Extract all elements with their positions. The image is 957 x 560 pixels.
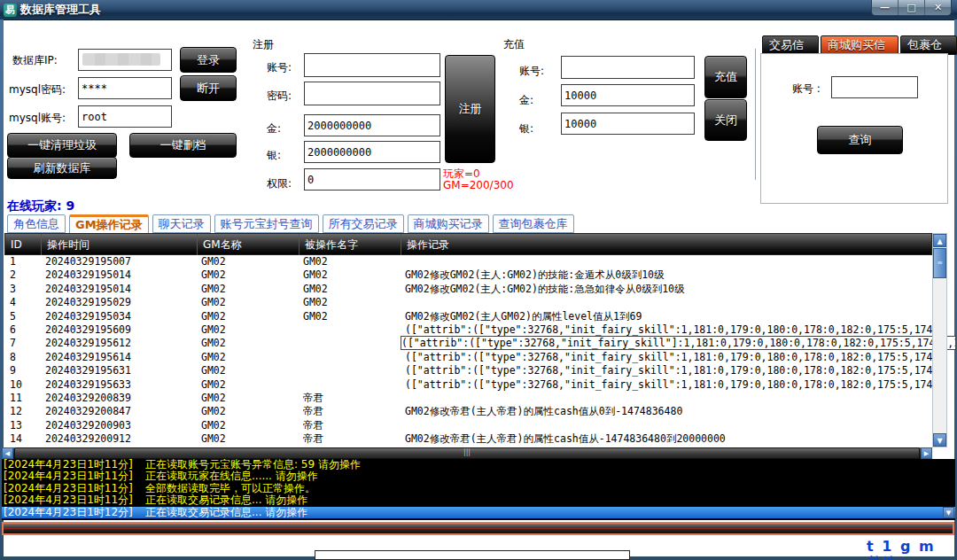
table-row[interactable]: 920240329195631GM02(["attrib":(["type":3… <box>4 364 932 377</box>
table-cell: 8 <box>4 351 40 364</box>
register-section-title: 注册 <box>253 37 274 52</box>
query-tab-0[interactable]: 交易信息 <box>762 35 819 55</box>
clean-garbage-button[interactable]: 一键清理垃圾 <box>7 133 117 158</box>
scroll-right-icon[interactable]: ▶ <box>921 447 932 459</box>
table-cell: 2 <box>4 268 40 282</box>
query-account-label: 账号 : <box>792 82 821 97</box>
column-header-0[interactable]: ID <box>5 234 41 255</box>
register-password-input[interactable] <box>304 82 440 105</box>
log-line[interactable]: [2024年4月23日1时11分]正在读取账号元宝账号异常信息: 59 请勿操作 <box>2 459 955 471</box>
register-gold-input[interactable] <box>304 114 440 136</box>
main-tab-3[interactable]: 账号元宝封号查询 <box>214 214 319 233</box>
minimize-button[interactable]: — <box>872 0 898 15</box>
brand-text: t 1 g m 基地 <box>867 538 957 560</box>
log-line[interactable]: [2024年4月23日1时11分]正在读取玩家在线信息...... 请勿操作 <box>2 471 955 482</box>
table-row[interactable]: 1020240329195633GM02(["attrib":(["type":… <box>4 378 932 392</box>
main-tab-4[interactable]: 所有交易记录 <box>323 214 404 233</box>
table-cell: 20240329200847 <box>40 405 196 418</box>
wipe-archive-button[interactable]: 一键删档 <box>129 133 237 158</box>
register-perm-input[interactable] <box>304 168 440 191</box>
log-scroll-down-icon[interactable]: ▼ <box>943 507 954 518</box>
main-tab-0[interactable]: 角色信息 <box>7 214 66 233</box>
query-account-input[interactable] <box>831 76 918 98</box>
main-tab-5[interactable]: 商城购买记录 <box>408 214 489 233</box>
query-tab-1[interactable]: 商城购买信息 <box>821 35 899 55</box>
table-cell: GM02 <box>196 283 298 296</box>
table-cell: GM02 <box>196 364 298 377</box>
scroll-left-icon[interactable]: ◀ <box>2 447 13 459</box>
table-row[interactable]: 520240329195034GM02GM02GM02修改GM02(主人GM02… <box>4 310 932 323</box>
table-cell: 20240329200903 <box>40 419 196 432</box>
scroll-up-icon[interactable]: ▲ <box>933 234 946 247</box>
column-header-2[interactable]: GM名称 <box>197 234 299 255</box>
disconnect-button[interactable]: 断开 <box>180 75 237 101</box>
recharge-button[interactable]: 充值 <box>704 56 747 98</box>
maximize-button[interactable]: □ <box>898 0 924 15</box>
table-cell: 20240329195014 <box>40 268 196 282</box>
table-cell: 帝君 <box>298 405 400 418</box>
table-row[interactable]: 120240329195007GM02GM02 <box>4 255 932 268</box>
table-row[interactable]: 820240329195614GM02(["attrib":(["type":3… <box>4 351 932 364</box>
scroll-down-icon[interactable]: ▼ <box>933 433 946 447</box>
table-cell: 帝君 <box>298 392 400 405</box>
table-cell: GM02 <box>196 419 298 432</box>
mysql-password-input[interactable] <box>78 77 172 99</box>
main-tab-6[interactable]: 查询包裹仓库 <box>493 214 574 233</box>
online-players-count: 9 <box>66 198 74 213</box>
table-horizontal-scrollbar[interactable]: ◀ ||| ▶ <box>2 447 932 459</box>
log-line[interactable]: [2024年4月23日1时11分]正在读取交易记录信息... 请勿操作 <box>2 494 955 506</box>
table-cell <box>298 323 400 337</box>
recharge-gold-input[interactable] <box>561 84 695 106</box>
table-row[interactable]: 1320240329200903GM02帝君 <box>4 419 932 432</box>
table-header: ID操作时间GM名称被操作名字操作记录 <box>4 233 932 255</box>
register-perm-label: 权限: <box>267 176 292 191</box>
table-cell: 9 <box>4 364 40 377</box>
table-cell: GM02 <box>298 255 400 268</box>
table-cell: GM02修改GM02(主人GM02)的属性level值从1到69 <box>400 310 932 323</box>
log-listbox[interactable]: [2024年4月23日1时11分]正在读取账号元宝账号异常信息: 59 请勿操作… <box>2 459 955 520</box>
horizontal-scroll-thumb[interactable]: ||| <box>14 447 920 459</box>
close-button[interactable]: ✕ <box>924 0 951 15</box>
vertical-scroll-thumb[interactable]: ≡ <box>933 248 946 278</box>
query-tab-2[interactable]: 包裹仓库 <box>900 35 957 55</box>
table-row[interactable]: 420240329195029GM02GM02 <box>4 296 932 309</box>
refresh-db-button[interactable]: 刷新数据库 <box>7 157 117 179</box>
column-header-3[interactable]: 被操作名字 <box>299 234 401 255</box>
main-tab-2[interactable]: 聊天记录 <box>152 214 211 233</box>
table-cell: GM02 <box>196 432 298 446</box>
main-tab-1[interactable]: GM操作记录 <box>69 214 149 234</box>
app-logo-icon: 易 <box>4 4 17 17</box>
selected-row-overlay[interactable]: (["attrib":(["type":32768,"init_fairy_sk… <box>401 336 956 350</box>
table-row[interactable]: 1220240329200847GM02帝君GM02修改帝君(主人帝君)的属性c… <box>4 405 932 418</box>
recharge-account-input[interactable] <box>561 56 695 79</box>
column-header-1[interactable]: 操作时间 <box>41 234 197 255</box>
title-bar: 易 数据库管理工具 — □ ✕ <box>0 0 957 20</box>
table-cell: 帝君 <box>298 419 400 432</box>
log-line[interactable]: [2024年4月23日1时11分]全部数据读取完毕，可以正常操作。 <box>2 483 955 494</box>
table-row[interactable]: 1420240329200912GM02帝君GM02修改帝君(主人帝君)的属性c… <box>4 432 932 446</box>
log-line[interactable]: [2024年4月23日1时12分]正在读取交易记录信息... 请勿操作 <box>2 507 955 518</box>
table-row[interactable]: 1120240329200839GM02帝君 <box>4 392 932 405</box>
table-cell: 20240329200839 <box>40 392 196 405</box>
table-cell: 20240329195007 <box>40 255 196 268</box>
login-button[interactable]: 登录 <box>180 47 237 73</box>
table-cell: 10 <box>4 378 40 392</box>
register-account-input[interactable] <box>304 53 440 77</box>
main-tab-strip: 角色信息GM操作记录聊天记录账号元宝封号查询所有交易记录商城购买记录查询包裹仓库 <box>7 214 574 233</box>
recharge-close-button[interactable]: 关闭 <box>704 99 747 141</box>
recharge-gold-label: 金: <box>519 93 533 108</box>
mysql-account-label: mysql账号: <box>9 111 66 126</box>
table-row[interactable]: 320240329195014GM02GM02GM02修改GM02(主人:GM0… <box>4 283 932 296</box>
recharge-silver-input[interactable] <box>561 113 695 135</box>
table-row[interactable]: 220240329195014GM02GM02GM02修改GM02(主人:GM0… <box>4 268 932 282</box>
table-cell <box>298 351 400 364</box>
register-silver-input[interactable] <box>304 141 440 163</box>
register-button[interactable]: 注册 <box>445 55 495 163</box>
mysql-account-input[interactable] <box>78 105 172 128</box>
table-cell: 20240329195034 <box>40 310 196 323</box>
column-header-4[interactable]: 操作记录 <box>401 234 933 255</box>
table-cell: 6 <box>4 323 40 337</box>
query-button[interactable]: 查询 <box>817 126 903 154</box>
table-vertical-scrollbar[interactable]: ▲ ≡ ▼ <box>932 233 947 447</box>
window-controls: — □ ✕ <box>871 0 952 16</box>
